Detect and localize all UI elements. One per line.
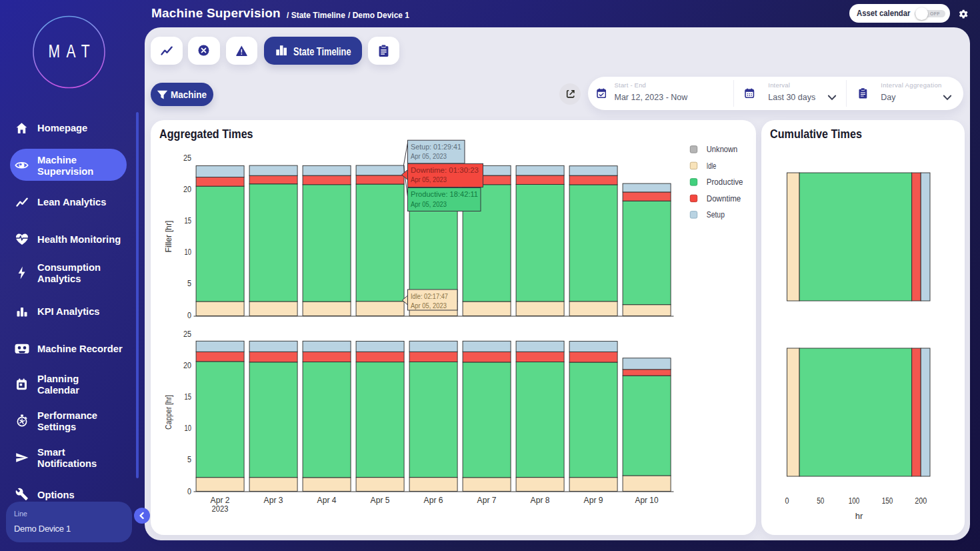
svg-text:Downtime: 01:30:23: Downtime: 01:30:23 — [411, 166, 479, 174]
svg-text:Productive: Productive — [707, 177, 743, 187]
svg-text:100: 100 — [849, 496, 860, 506]
svg-text:Apr 8: Apr 8 — [531, 496, 550, 505]
svg-text:2023: 2023 — [212, 504, 229, 514]
svg-text:15: 15 — [185, 216, 192, 225]
svg-text:Setup: Setup — [707, 210, 725, 219]
svg-text:hr: hr — [855, 511, 863, 521]
svg-text:Apr 6: Apr 6 — [424, 496, 443, 505]
svg-text:15: 15 — [185, 392, 192, 402]
svg-text:Downtime: Downtime — [707, 194, 741, 203]
svg-text:Apr 7: Apr 7 — [477, 496, 497, 505]
svg-text:Idle: 02:17:47: Idle: 02:17:47 — [411, 292, 448, 300]
svg-text:10: 10 — [185, 247, 192, 257]
svg-text:Apr 05, 2023: Apr 05, 2023 — [411, 152, 447, 160]
svg-text:Idle: Idle — [707, 161, 717, 171]
svg-text:Capper [hr]: Capper [hr] — [164, 395, 173, 430]
svg-text:Apr 05, 2023: Apr 05, 2023 — [411, 175, 447, 183]
svg-text:5: 5 — [187, 279, 191, 288]
svg-text:Apr 9: Apr 9 — [584, 496, 603, 505]
svg-text:Setup: 01:29:41: Setup: 01:29:41 — [411, 143, 461, 151]
svg-text:Apr 10: Apr 10 — [635, 496, 659, 505]
svg-text:20: 20 — [183, 361, 191, 370]
svg-text:25: 25 — [183, 153, 191, 163]
svg-text:5: 5 — [187, 455, 191, 464]
svg-text:50: 50 — [817, 496, 824, 506]
svg-text:200: 200 — [915, 496, 927, 506]
svg-text:150: 150 — [882, 496, 893, 506]
svg-text:0: 0 — [187, 487, 191, 496]
svg-text:20: 20 — [183, 185, 191, 194]
svg-text:0: 0 — [187, 311, 191, 320]
svg-text:Apr 3: Apr 3 — [264, 496, 283, 505]
svg-text:Apr 4: Apr 4 — [317, 496, 337, 505]
svg-text:Apr 5: Apr 5 — [371, 496, 390, 505]
svg-text:0: 0 — [785, 496, 789, 506]
svg-text:Filler [hr]: Filler [hr] — [164, 221, 173, 253]
svg-text:Unknown: Unknown — [707, 145, 738, 154]
svg-text:Productive: 18:42:11: Productive: 18:42:11 — [411, 190, 478, 198]
svg-text:Apr 05, 2023: Apr 05, 2023 — [411, 200, 447, 208]
svg-text:25: 25 — [183, 330, 191, 339]
svg-text:Apr 2: Apr 2 — [211, 496, 230, 505]
svg-text:10: 10 — [185, 424, 192, 433]
svg-text:Apr 05, 2023: Apr 05, 2023 — [411, 302, 447, 310]
